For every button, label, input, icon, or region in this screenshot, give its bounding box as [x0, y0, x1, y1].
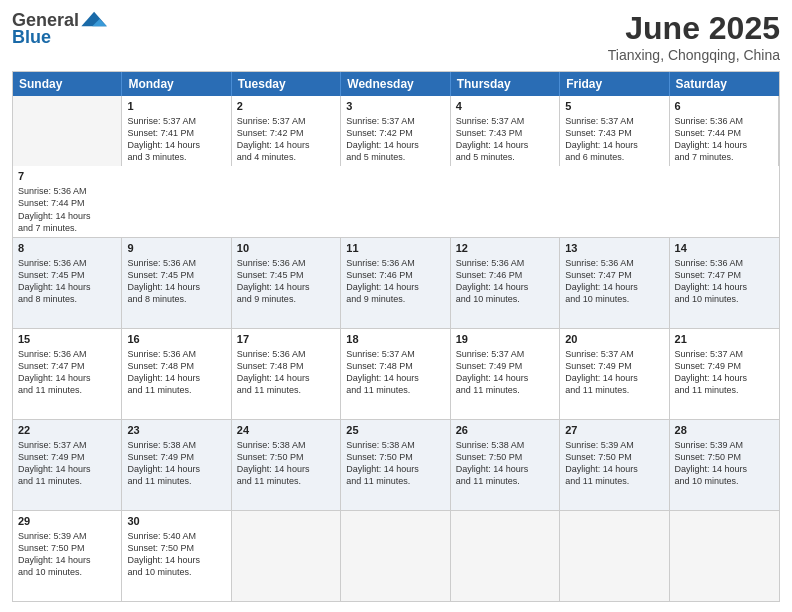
- cell-line: Sunrise: 5:37 AM: [346, 348, 444, 360]
- cell-line: Daylight: 14 hours: [346, 463, 444, 475]
- cell-line: Sunset: 7:44 PM: [18, 197, 117, 209]
- header-cell-friday: Friday: [560, 72, 669, 96]
- cell-line: Sunset: 7:48 PM: [346, 360, 444, 372]
- day-number: 7: [18, 169, 117, 184]
- logo-icon: [81, 10, 109, 30]
- day-cell-10: 10Sunrise: 5:36 AMSunset: 7:45 PMDayligh…: [232, 238, 341, 328]
- cell-line: and 4 minutes.: [237, 151, 335, 163]
- day-cell-17: 17Sunrise: 5:36 AMSunset: 7:48 PMDayligh…: [232, 329, 341, 419]
- cell-line: and 8 minutes.: [18, 293, 116, 305]
- empty-cell-4-4: [451, 511, 560, 601]
- day-cell-8: 8Sunrise: 5:36 AMSunset: 7:45 PMDaylight…: [13, 238, 122, 328]
- cell-line: Daylight: 14 hours: [675, 139, 773, 151]
- location: Tianxing, Chongqing, China: [608, 47, 780, 63]
- day-number: 17: [237, 332, 335, 347]
- day-number: 10: [237, 241, 335, 256]
- cell-line: Sunset: 7:47 PM: [675, 269, 774, 281]
- empty-cell-0-0: [13, 96, 122, 166]
- cell-line: and 10 minutes.: [675, 475, 774, 487]
- title-section: June 2025 Tianxing, Chongqing, China: [608, 10, 780, 63]
- cell-line: Daylight: 14 hours: [675, 372, 774, 384]
- cell-line: Daylight: 14 hours: [127, 139, 225, 151]
- day-number: 13: [565, 241, 663, 256]
- cell-line: Sunrise: 5:37 AM: [675, 348, 774, 360]
- cell-line: Sunrise: 5:36 AM: [675, 257, 774, 269]
- logo-blue: Blue: [12, 27, 51, 48]
- day-number: 6: [675, 99, 773, 114]
- day-cell-29: 29Sunrise: 5:39 AMSunset: 7:50 PMDayligh…: [13, 511, 122, 601]
- cell-line: Daylight: 14 hours: [127, 281, 225, 293]
- cell-line: Daylight: 14 hours: [127, 554, 225, 566]
- cell-line: Sunrise: 5:38 AM: [237, 439, 335, 451]
- day-number: 25: [346, 423, 444, 438]
- day-cell-14: 14Sunrise: 5:36 AMSunset: 7:47 PMDayligh…: [670, 238, 779, 328]
- day-number: 14: [675, 241, 774, 256]
- header-cell-sunday: Sunday: [13, 72, 122, 96]
- cell-line: Sunset: 7:50 PM: [346, 451, 444, 463]
- cell-line: Daylight: 14 hours: [456, 281, 554, 293]
- day-number: 20: [565, 332, 663, 347]
- cell-line: Sunrise: 5:37 AM: [18, 439, 116, 451]
- calendar-body: 1Sunrise: 5:37 AMSunset: 7:41 PMDaylight…: [13, 96, 779, 601]
- cell-line: Daylight: 14 hours: [346, 139, 444, 151]
- header-cell-thursday: Thursday: [451, 72, 560, 96]
- cell-line: and 7 minutes.: [18, 222, 117, 234]
- cell-line: and 11 minutes.: [127, 384, 225, 396]
- cell-line: and 3 minutes.: [127, 151, 225, 163]
- cell-line: and 6 minutes.: [565, 151, 663, 163]
- day-cell-2: 2Sunrise: 5:37 AMSunset: 7:42 PMDaylight…: [232, 96, 341, 166]
- day-number: 24: [237, 423, 335, 438]
- cell-line: Sunset: 7:45 PM: [127, 269, 225, 281]
- day-number: 2: [237, 99, 335, 114]
- calendar-row-3: 22Sunrise: 5:37 AMSunset: 7:49 PMDayligh…: [13, 419, 779, 510]
- cell-line: Sunrise: 5:37 AM: [456, 115, 554, 127]
- calendar-row-2: 15Sunrise: 5:36 AMSunset: 7:47 PMDayligh…: [13, 328, 779, 419]
- cell-line: Sunset: 7:50 PM: [456, 451, 554, 463]
- cell-line: Daylight: 14 hours: [18, 554, 116, 566]
- day-number: 27: [565, 423, 663, 438]
- day-cell-5: 5Sunrise: 5:37 AMSunset: 7:43 PMDaylight…: [560, 96, 669, 166]
- cell-line: Daylight: 14 hours: [237, 281, 335, 293]
- cell-line: Sunset: 7:45 PM: [18, 269, 116, 281]
- day-number: 22: [18, 423, 116, 438]
- cell-line: Daylight: 14 hours: [675, 281, 774, 293]
- cell-line: and 11 minutes.: [237, 475, 335, 487]
- day-number: 3: [346, 99, 444, 114]
- cell-line: Sunset: 7:42 PM: [237, 127, 335, 139]
- logo: General Blue: [12, 10, 109, 48]
- calendar-row-4: 29Sunrise: 5:39 AMSunset: 7:50 PMDayligh…: [13, 510, 779, 601]
- cell-line: Sunset: 7:49 PM: [675, 360, 774, 372]
- cell-line: Daylight: 14 hours: [565, 281, 663, 293]
- day-cell-21: 21Sunrise: 5:37 AMSunset: 7:49 PMDayligh…: [670, 329, 779, 419]
- cell-line: Sunrise: 5:37 AM: [456, 348, 554, 360]
- cell-line: Sunrise: 5:37 AM: [565, 348, 663, 360]
- cell-line: Sunrise: 5:39 AM: [675, 439, 774, 451]
- cell-line: Sunrise: 5:38 AM: [346, 439, 444, 451]
- cell-line: Daylight: 14 hours: [346, 372, 444, 384]
- cell-line: and 5 minutes.: [456, 151, 554, 163]
- cell-line: Daylight: 14 hours: [237, 372, 335, 384]
- cell-line: and 10 minutes.: [675, 293, 774, 305]
- cell-line: Sunset: 7:46 PM: [346, 269, 444, 281]
- day-number: 26: [456, 423, 554, 438]
- cell-line: and 9 minutes.: [346, 293, 444, 305]
- cell-line: Sunset: 7:49 PM: [127, 451, 225, 463]
- cell-line: Daylight: 14 hours: [565, 139, 663, 151]
- cell-line: Daylight: 14 hours: [346, 281, 444, 293]
- cell-line: Sunset: 7:43 PM: [565, 127, 663, 139]
- cell-line: Sunset: 7:43 PM: [456, 127, 554, 139]
- day-cell-25: 25Sunrise: 5:38 AMSunset: 7:50 PMDayligh…: [341, 420, 450, 510]
- cell-line: Sunrise: 5:36 AM: [127, 348, 225, 360]
- day-number: 1: [127, 99, 225, 114]
- day-number: 5: [565, 99, 663, 114]
- cell-line: Sunset: 7:44 PM: [675, 127, 773, 139]
- day-cell-7: 7Sunrise: 5:36 AMSunset: 7:44 PMDaylight…: [13, 166, 122, 236]
- cell-line: Sunrise: 5:36 AM: [675, 115, 773, 127]
- day-cell-20: 20Sunrise: 5:37 AMSunset: 7:49 PMDayligh…: [560, 329, 669, 419]
- cell-line: and 9 minutes.: [237, 293, 335, 305]
- cell-line: Sunset: 7:49 PM: [18, 451, 116, 463]
- cell-line: and 11 minutes.: [456, 475, 554, 487]
- cell-line: Daylight: 14 hours: [127, 372, 225, 384]
- cell-line: Daylight: 14 hours: [18, 463, 116, 475]
- empty-cell-4-3: [341, 511, 450, 601]
